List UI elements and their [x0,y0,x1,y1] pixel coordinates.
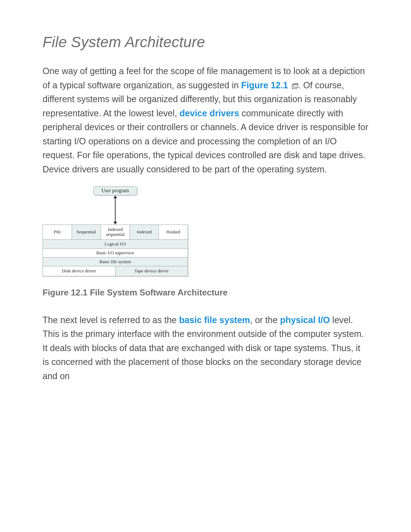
physical-io-link[interactable]: physical I/O [280,315,330,325]
figure-12-1-link[interactable]: Figure 12.1 [241,80,288,90]
diagram-row-logical-io: Logical I/O [43,239,188,248]
architecture-diagram: User program Pile Sequential Indexed seq… [43,186,188,276]
section-heading: File System Architecture [43,34,368,51]
access-method-cell: Indexed sequential [101,225,130,239]
diagram-row-basic-file-system: Basic file system [43,257,188,266]
device-drivers-link[interactable]: device drivers [179,108,239,118]
driver-cell: Tape device driver [115,266,188,276]
layer-cell: Basic I/O supervisor [43,249,188,257]
diagram-row-device-drivers: Disk device driver Tape device driver [43,266,188,276]
access-method-cell: Indexed [129,225,159,239]
access-method-cell: Pile [43,225,72,239]
diagram-row-access-methods: Pile Sequential Indexed sequential Index… [43,225,188,239]
access-method-cell: Sequential [72,225,101,239]
paragraph-1: One way of getting a feel for the scope … [43,64,368,176]
driver-cell: Disk device driver [43,266,115,276]
svg-rect-2 [294,83,298,84]
bidirectional-arrow-icon [115,195,116,225]
diagram-layer-stack: Pile Sequential Indexed sequential Index… [43,225,188,276]
access-method-cell: Hashed [159,225,188,239]
document-page: File System Architecture One way of gett… [0,0,411,414]
popup-window-icon[interactable] [292,83,298,89]
para2-text-2: , or the [250,315,280,325]
basic-file-system-link[interactable]: basic file system [179,315,250,325]
diagram-box-user-program: User program [93,186,137,195]
figure-12-1: User program Pile Sequential Indexed seq… [43,186,368,298]
para2-text-1: The next level is referred to as the [43,315,179,325]
layer-cell: Logical I/O [43,240,188,248]
diagram-row-basic-io-supervisor: Basic I/O supervisor [43,248,188,257]
paragraph-2: The next level is referred to as the bas… [43,313,368,383]
layer-cell: Basic file system [43,257,188,266]
figure-caption: Figure 12.1 File System Software Archite… [43,288,368,298]
